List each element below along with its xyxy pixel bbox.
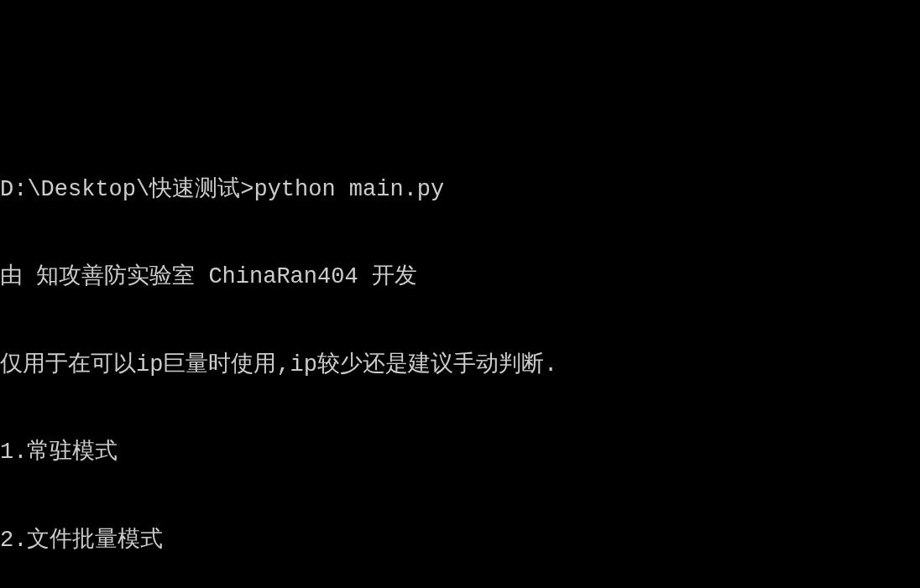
terminal-line-output: 仅用于在可以ip巨量时使用,ip较少还是建议手动判断. xyxy=(0,351,920,380)
terminal-line-command: D:\Desktop\快速测试>python main.py xyxy=(0,175,920,205)
terminal-line-output: 2.文件批量模式 xyxy=(0,526,920,555)
terminal-line-output: 由 知攻善防实验室 ChinaRan404 开发 xyxy=(0,263,920,292)
terminal-window[interactable]: D:\Desktop\快速测试>python main.py 由 知攻善防实验室… xyxy=(0,117,920,588)
terminal-line-output: 1.常驻模式 xyxy=(0,438,920,467)
